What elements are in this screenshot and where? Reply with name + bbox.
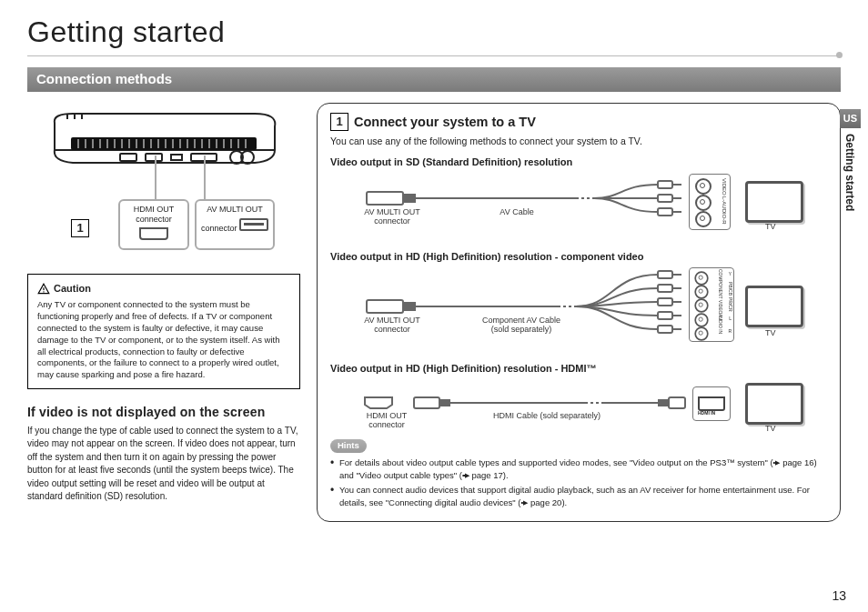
avout-port-icon bbox=[239, 218, 268, 231]
xref-icon bbox=[521, 497, 529, 508]
caution-box: Caution Any TV or component connected to… bbox=[27, 274, 300, 389]
method2-diagram: AV MULTI OUT connector Component AV Cabl… bbox=[330, 267, 827, 355]
hints-list: For details about video output cable typ… bbox=[330, 456, 827, 509]
lead-line-icon bbox=[204, 156, 206, 201]
method3-title: Video output in HD (High Definition) res… bbox=[330, 362, 827, 376]
page-title: Getting started bbox=[27, 13, 841, 52]
svg-rect-39 bbox=[658, 195, 672, 202]
svg-rect-53 bbox=[658, 312, 672, 319]
hdmi-input-panel: HDMI IN bbox=[692, 386, 731, 421]
component-jacks-group1: COMPONENT VIDEO IN bbox=[717, 269, 723, 320]
page-number: 13 bbox=[832, 587, 846, 605]
hint-ref: page 17 bbox=[471, 470, 502, 480]
tv-icon bbox=[745, 181, 803, 223]
jack-label-l: L bbox=[729, 316, 732, 322]
hint-text: You can connect audio devices that suppo… bbox=[339, 485, 810, 507]
jack-label-pr: PR/CR bbox=[727, 297, 733, 312]
hint-text: ). bbox=[503, 470, 509, 480]
side-tab-text: Getting started bbox=[843, 134, 857, 211]
svg-rect-51 bbox=[658, 298, 672, 306]
xref-icon bbox=[773, 457, 781, 468]
svg-rect-32 bbox=[43, 291, 44, 292]
lead-line-icon bbox=[155, 156, 156, 201]
step-number-box: 1 bbox=[71, 219, 89, 237]
xref-icon bbox=[462, 470, 469, 481]
callout-av-multi-out: AV MULTI OUT connector bbox=[195, 199, 275, 250]
svg-rect-44 bbox=[403, 302, 416, 311]
hint-item: You can connect audio devices that suppo… bbox=[330, 484, 827, 509]
method3-connector-label: HDMI OUT connector bbox=[358, 412, 416, 430]
hdmi-in-icon bbox=[698, 396, 725, 411]
step-number-box: 1 bbox=[330, 113, 348, 131]
callout-hdmi-out: HDMI OUT connector bbox=[118, 199, 189, 250]
region-code-badge: US bbox=[840, 109, 861, 128]
jack-icon bbox=[694, 314, 708, 327]
svg-rect-25 bbox=[120, 154, 136, 161]
callout-sub: connector bbox=[201, 224, 237, 233]
hint-ref: page 20 bbox=[530, 497, 561, 507]
method1-cable-label: AV Cable bbox=[485, 208, 549, 217]
jack-icon bbox=[695, 195, 712, 211]
method2-connector-label: AV MULTI OUT connector bbox=[356, 316, 429, 335]
side-tab: US Getting started bbox=[840, 109, 861, 211]
method1-diagram: AV MULTI OUT connector AV Cable VIDEO L-… bbox=[330, 172, 827, 243]
method3-diagram: HDMI OUT connector HDMI Cable (sold sepa… bbox=[330, 379, 827, 434]
callout-sub: connector bbox=[136, 215, 172, 224]
svg-rect-27 bbox=[171, 155, 182, 160]
method2-tv-label: TV bbox=[765, 327, 776, 338]
jack-icon bbox=[695, 178, 712, 195]
svg-rect-55 bbox=[658, 326, 672, 333]
method2-title: Video output in HD (High Definition) res… bbox=[330, 250, 827, 264]
title-dot-icon bbox=[836, 52, 843, 58]
svg-rect-26 bbox=[146, 154, 162, 161]
hdmi-in-label: HDMI IN bbox=[698, 410, 715, 416]
hint-ref: page 16 bbox=[782, 457, 813, 467]
component-jacks-group2: AUDIO IN bbox=[717, 314, 723, 334]
svg-rect-41 bbox=[658, 208, 672, 216]
hdmi-port-icon bbox=[139, 227, 168, 240]
hint-text: ). bbox=[561, 497, 567, 507]
jack-label-r: R bbox=[728, 328, 732, 335]
svg-rect-47 bbox=[658, 271, 672, 278]
tv-icon bbox=[745, 286, 803, 327]
callout-label: HDMI OUT bbox=[134, 205, 175, 214]
callout-label: AV MULTI OUT bbox=[207, 205, 263, 214]
method1-title: Video output in SD (Standard Definition)… bbox=[330, 156, 827, 169]
jack-icon bbox=[694, 286, 708, 299]
jack-label-pb: PB/CB bbox=[727, 282, 733, 296]
svg-rect-33 bbox=[367, 192, 403, 205]
warning-icon bbox=[37, 283, 50, 296]
panel-intro: You can use any of the following methods… bbox=[330, 135, 827, 147]
section-heading-bar: Connection methods bbox=[27, 67, 841, 92]
panel-heading-text: Connect your system to a TV bbox=[354, 114, 536, 132]
caution-body: Any TV or component connected to the sys… bbox=[37, 299, 290, 381]
caution-title-text: Caution bbox=[54, 282, 91, 296]
method2-cable-label: Component AV Cable (sold separately) bbox=[467, 316, 576, 335]
svg-rect-49 bbox=[658, 285, 672, 292]
no-video-heading: If video is not displayed on the screen bbox=[27, 404, 300, 421]
console-rear-diagram: HDMI OUT connector AV MULTI OUT connecto… bbox=[27, 103, 300, 261]
jack-label-y: Y bbox=[729, 271, 732, 277]
title-divider bbox=[27, 55, 841, 56]
svg-rect-57 bbox=[414, 397, 439, 408]
svg-rect-34 bbox=[403, 194, 416, 203]
svg-rect-61 bbox=[669, 397, 685, 408]
hint-text: For details about video output cable typ… bbox=[339, 457, 773, 467]
hint-item: For details about video output cable typ… bbox=[330, 456, 827, 482]
method1-connector-label: AV MULTI OUT connector bbox=[356, 208, 429, 226]
jack-label-audio-lr: L-AUDIO-R bbox=[721, 196, 728, 225]
no-video-body: If you change the type of cable used to … bbox=[27, 425, 300, 504]
jack-icon bbox=[694, 272, 708, 286]
rca-input-panel: VIDEO L-AUDIO-R bbox=[689, 174, 731, 230]
method1-tv-label: TV bbox=[765, 221, 776, 232]
svg-rect-31 bbox=[43, 287, 44, 290]
jack-icon bbox=[694, 299, 708, 313]
svg-rect-0 bbox=[71, 137, 257, 150]
jack-label-video: VIDEO bbox=[721, 178, 728, 196]
component-input-panel: COMPONENT VIDEO IN AUDIO IN Y PB/CB PR/C… bbox=[689, 267, 734, 342]
tv-icon bbox=[745, 383, 803, 425]
hints-tag: Hints bbox=[330, 439, 367, 453]
jack-icon bbox=[695, 211, 712, 227]
connect-panel: 1 Connect your system to a TV You can us… bbox=[317, 103, 841, 522]
jack-icon bbox=[694, 327, 708, 341]
